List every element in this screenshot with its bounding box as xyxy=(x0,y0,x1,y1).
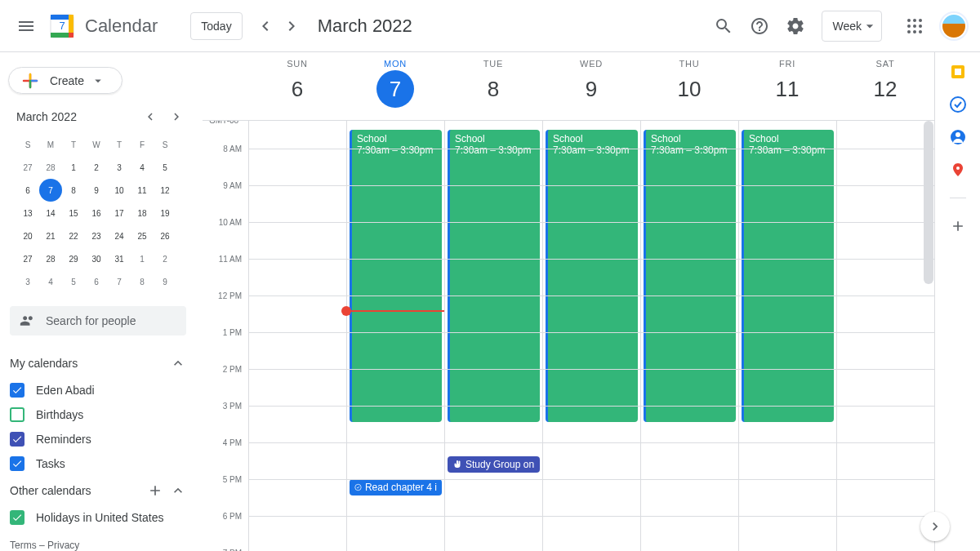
mini-day-cell[interactable]: 4 xyxy=(131,156,154,179)
event-school[interactable]: School7:30am – 3:30pm xyxy=(448,130,540,422)
day-number[interactable]: 9 xyxy=(572,70,610,108)
main-menu-button[interactable] xyxy=(7,7,46,46)
mini-day-cell[interactable]: 21 xyxy=(39,224,62,247)
mini-day-cell[interactable]: 28 xyxy=(39,247,62,270)
mini-day-cell[interactable]: 10 xyxy=(108,179,131,202)
mini-day-cell[interactable]: 13 xyxy=(16,202,39,224)
mini-day-cell[interactable]: 12 xyxy=(154,179,176,202)
add-addon-button[interactable] xyxy=(950,218,966,234)
mini-day-cell[interactable]: 1 xyxy=(62,156,85,179)
time-label: 3 PM xyxy=(223,401,242,410)
scrollbar[interactable] xyxy=(924,121,933,551)
privacy-link[interactable]: Privacy xyxy=(47,540,79,551)
mini-day-cell[interactable]: 1 xyxy=(131,247,154,270)
mini-day-cell[interactable]: 28 xyxy=(39,156,62,179)
settings-button[interactable] xyxy=(779,10,812,42)
mini-day-cell[interactable]: 6 xyxy=(16,179,39,202)
create-button[interactable]: Create xyxy=(8,67,122,94)
event-title: School xyxy=(357,133,437,144)
search-button[interactable] xyxy=(707,10,740,42)
keep-icon[interactable] xyxy=(950,64,966,80)
today-button[interactable]: Today xyxy=(190,12,242,40)
mini-day-cell[interactable]: 5 xyxy=(62,270,85,293)
mini-day-cell[interactable]: 14 xyxy=(39,202,62,224)
event-school[interactable]: School7:30am – 3:30pm xyxy=(742,130,834,422)
next-week-button[interactable] xyxy=(278,13,305,39)
calendar-item[interactable]: Holidays in United States xyxy=(10,505,186,530)
terms-link[interactable]: Terms xyxy=(10,540,37,551)
tasks-icon[interactable] xyxy=(950,96,966,113)
mini-day-cell[interactable]: 8 xyxy=(62,179,85,202)
google-apps-button[interactable] xyxy=(898,10,931,42)
mini-day-cell[interactable]: 27 xyxy=(16,156,39,179)
mini-day-cell[interactable]: 6 xyxy=(85,270,108,293)
account-avatar[interactable] xyxy=(941,13,967,39)
calendar-checkbox[interactable] xyxy=(10,432,24,447)
hide-sidepanel-button[interactable] xyxy=(920,512,950,541)
time-label: 2 PM xyxy=(223,364,242,373)
mini-day-cell[interactable]: 2 xyxy=(85,156,108,179)
calendar-checkbox[interactable] xyxy=(10,407,24,422)
view-label: Week xyxy=(832,20,862,33)
maps-icon[interactable] xyxy=(950,162,966,178)
day-number[interactable]: 10 xyxy=(670,70,708,108)
mini-day-cell[interactable]: 3 xyxy=(16,270,39,293)
calendar-checkbox[interactable] xyxy=(10,456,24,471)
task-study-group[interactable]: Study Group on xyxy=(448,456,540,473)
mini-day-cell[interactable]: 26 xyxy=(154,224,176,247)
mini-day-cell[interactable]: 15 xyxy=(62,202,85,224)
event-school[interactable]: School7:30am – 3:30pm xyxy=(644,130,736,422)
mini-day-cell[interactable]: 20 xyxy=(16,224,39,247)
task-read-chapter[interactable]: Read chapter 4 i xyxy=(350,479,442,495)
mini-day-cell[interactable]: 27 xyxy=(16,247,39,270)
prev-week-button[interactable] xyxy=(252,13,278,39)
calendar-item[interactable]: Eden Abadi xyxy=(10,378,186,402)
mini-day-cell[interactable]: 7 xyxy=(108,270,131,293)
mini-day-cell[interactable]: 8 xyxy=(131,270,154,293)
day-number[interactable]: 11 xyxy=(768,70,806,108)
event-school[interactable]: School7:30am – 3:30pm xyxy=(546,130,638,422)
calendar-item[interactable]: Tasks xyxy=(10,451,186,476)
support-button[interactable] xyxy=(743,10,776,42)
day-number[interactable]: 12 xyxy=(866,70,904,108)
contacts-icon[interactable] xyxy=(950,129,966,145)
mini-day-cell[interactable]: 19 xyxy=(154,202,176,224)
mini-day-cell[interactable]: 5 xyxy=(154,156,176,179)
mini-day-cell[interactable]: 29 xyxy=(62,247,85,270)
mini-day-cell[interactable]: 17 xyxy=(108,202,131,224)
logo[interactable]: 7 Calendar xyxy=(46,10,158,42)
my-calendars-toggle[interactable]: My calendars xyxy=(10,349,186,378)
mini-day-cell[interactable]: 18 xyxy=(131,202,154,224)
calendar-checkbox[interactable] xyxy=(10,510,24,525)
mini-day-cell[interactable]: 24 xyxy=(108,224,131,247)
calendar-item[interactable]: Reminders xyxy=(10,427,186,451)
mini-day-cell[interactable]: 30 xyxy=(85,247,108,270)
mini-day-cell[interactable]: 9 xyxy=(154,270,176,293)
plus-icon[interactable] xyxy=(147,482,163,499)
mini-day-cell[interactable]: 11 xyxy=(131,179,154,202)
calendar-checkbox[interactable] xyxy=(10,383,24,398)
view-selector[interactable]: Week xyxy=(822,11,882,42)
mini-day-cell[interactable]: 4 xyxy=(39,270,62,293)
other-calendars-toggle[interactable]: Other calendars xyxy=(10,476,186,505)
time-label: 7 PM xyxy=(223,548,242,551)
mini-day-cell[interactable]: 31 xyxy=(108,247,131,270)
mini-day-cell[interactable]: 2 xyxy=(154,247,176,270)
mini-next-month[interactable] xyxy=(167,107,186,127)
day-number[interactable]: 8 xyxy=(474,70,512,108)
mini-day-cell[interactable]: 7 xyxy=(39,179,62,202)
mini-day-cell[interactable]: 23 xyxy=(85,224,108,247)
mini-day-cell[interactable]: 25 xyxy=(131,224,154,247)
search-people[interactable]: Search for people xyxy=(10,306,186,335)
event-school[interactable]: School7:30am – 3:30pm xyxy=(350,130,442,422)
mini-prev-month[interactable] xyxy=(140,107,160,127)
day-number[interactable]: 7 xyxy=(376,70,414,108)
mini-day-cell[interactable]: 16 xyxy=(85,202,108,224)
day-number[interactable]: 6 xyxy=(278,70,316,108)
calendar-item[interactable]: Birthdays xyxy=(10,402,186,427)
mini-day-cell[interactable]: 22 xyxy=(62,224,85,247)
mini-day-cell[interactable]: 3 xyxy=(108,156,131,179)
svg-point-15 xyxy=(355,484,361,490)
mini-day-cell[interactable]: 9 xyxy=(85,179,108,202)
chevron-right-icon xyxy=(282,16,301,36)
